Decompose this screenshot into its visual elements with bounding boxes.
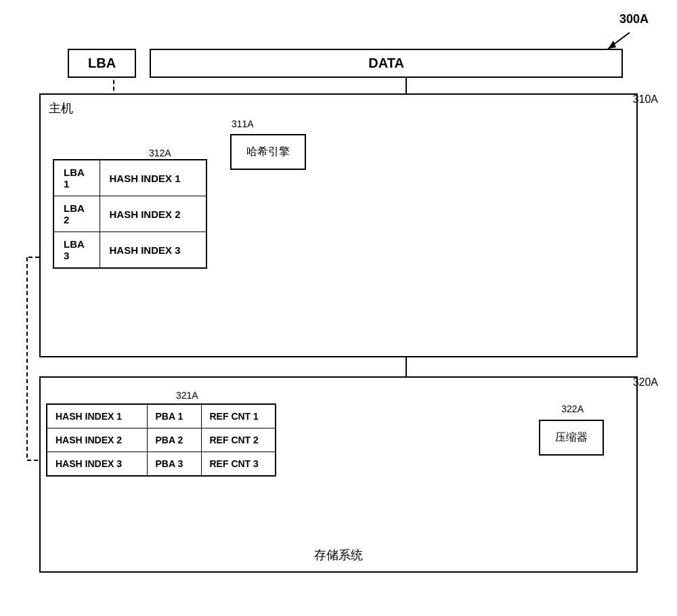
- lba-cell: LBA 3: [53, 232, 100, 269]
- svg-marker-1: [608, 41, 616, 49]
- hash-engine-box: 哈希引擎: [230, 134, 306, 170]
- pba-col: PBA 3: [147, 452, 201, 477]
- compressor-box: 压缩器: [539, 420, 604, 456]
- storage-system-label: 存储系统: [0, 547, 677, 563]
- hash-index-cell: HASH INDEX 2: [100, 196, 206, 232]
- pba-col: PBA 2: [147, 428, 201, 452]
- ref-col: REF CNT 2: [201, 428, 276, 452]
- lba-table-row: LBA 3 HASH INDEX 3: [53, 232, 206, 269]
- lba-cell: LBA 2: [53, 196, 100, 232]
- lba-table-row: LBA 2 HASH INDEX 2: [53, 196, 206, 232]
- svg-line-0: [608, 32, 630, 49]
- ref-300a: 300A: [619, 12, 649, 26]
- pba-col: PBA 1: [147, 404, 201, 428]
- ref-321a: 321A: [176, 390, 198, 401]
- ref-320a: 320A: [633, 376, 658, 389]
- hash-col: HASH INDEX 1: [47, 404, 147, 428]
- data-top-box: DATA: [150, 49, 623, 78]
- ref-311a: 311A: [232, 118, 254, 129]
- hash-table-row: HASH INDEX 1 PBA 1 REF CNT 1: [47, 404, 276, 428]
- hash-table-row: HASH INDEX 2 PBA 2 REF CNT 2: [47, 428, 276, 452]
- ref-col: REF CNT 1: [201, 404, 276, 428]
- hash-table-container: HASH INDEX 1 PBA 1 REF CNT 1 HASH INDEX …: [46, 403, 276, 477]
- top-inputs: LBA DATA: [68, 49, 623, 78]
- hash-index-cell: HASH INDEX 1: [100, 160, 206, 196]
- ref-col: REF CNT 3: [201, 452, 276, 477]
- hash-index-cell: HASH INDEX 3: [100, 232, 206, 269]
- host-label: 主机: [49, 100, 73, 116]
- lba-top-box: LBA: [68, 49, 136, 78]
- hash-index-table: HASH INDEX 1 PBA 1 REF CNT 1 HASH INDEX …: [46, 403, 276, 477]
- lba-cell: LBA 1: [53, 160, 100, 196]
- lba-table-row: LBA 1 HASH INDEX 1: [53, 160, 206, 196]
- diagram-container: LBA 4 DATA HASH INDEX 4 300A LBA: [0, 0, 677, 616]
- hash-col: HASH INDEX 3: [47, 452, 147, 477]
- ref-312a: 312A: [149, 148, 171, 158]
- ref-310a: 310A: [633, 93, 658, 106]
- hash-col: HASH INDEX 2: [47, 428, 147, 452]
- ref-322a: 322A: [561, 403, 584, 414]
- hash-table-row: HASH INDEX 3 PBA 3 REF CNT 3: [47, 452, 276, 477]
- lba-table: LBA 1 HASH INDEX 1 LBA 2 HASH INDEX 2 LB…: [53, 159, 207, 269]
- lba-table-container: LBA 1 HASH INDEX 1 LBA 2 HASH INDEX 2 LB…: [53, 159, 207, 269]
